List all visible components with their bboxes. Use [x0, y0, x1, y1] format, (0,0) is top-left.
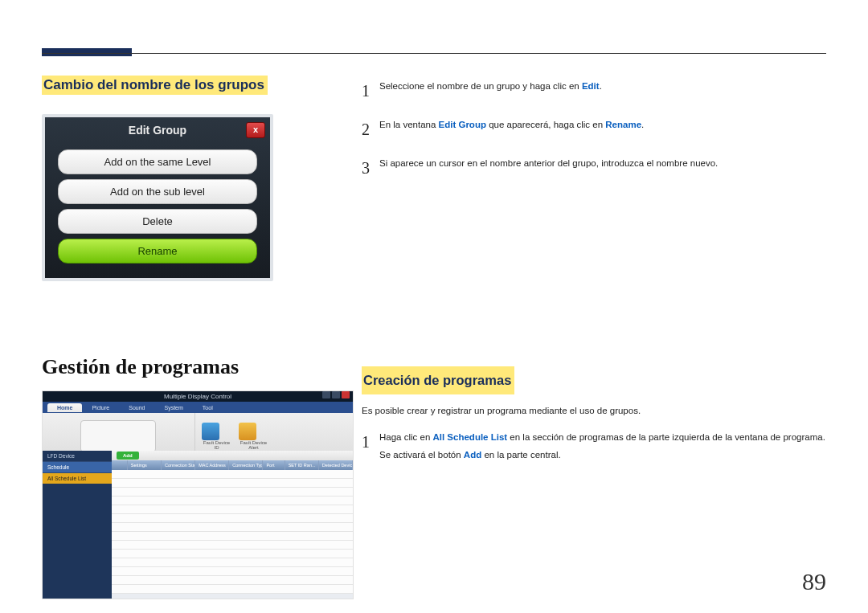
fault-device-id-label: Fault Device ID [202, 440, 232, 450]
mdc-tabs: Home Picture Sound System Tool [43, 402, 353, 413]
section2-step-1: 1 Haga clic en All Schedule List en la s… [362, 427, 828, 464]
option-add-same-level[interactable]: Add on the same Level [58, 149, 257, 174]
mdc-grid-area: Add Settings Connection Status MAC Addre… [112, 451, 353, 599]
heading-schedule-management: Gestión de programas [42, 355, 357, 379]
fault-device-alert-icon[interactable] [239, 423, 256, 440]
close-icon[interactable]: x [246, 122, 265, 138]
option-rename[interactable]: Rename [58, 239, 257, 264]
fault-device-alert-label: Fault Device Alert [239, 440, 269, 450]
heading-rename-groups: Cambio del nombre de los grupos [42, 76, 268, 95]
tab-sound[interactable]: Sound [119, 403, 154, 412]
header-rule [42, 53, 826, 54]
tab-system[interactable]: System [155, 403, 193, 412]
add-button[interactable]: Add [117, 452, 139, 460]
mdc-column-headers: Settings Connection Status MAC Address C… [112, 460, 353, 470]
side-lfd-device[interactable]: LFD Device [43, 451, 112, 462]
intro-text: Es posible crear y registrar un programa… [362, 403, 828, 420]
heading-create-schedules: Creación de programas [362, 366, 514, 394]
page-number: 89 [802, 568, 826, 595]
header-thick-rule [42, 48, 132, 56]
edit-group-dialog: Edit Group x Add on the same Level Add o… [42, 114, 273, 281]
option-delete[interactable]: Delete [58, 209, 257, 234]
step-2: 2 En la ventana Edit Group que aparecerá… [362, 114, 828, 145]
mdc-screenshot: Multiple Display Control Home Picture So… [42, 390, 354, 599]
side-all-schedule-list[interactable]: All Schedule List [43, 473, 112, 484]
mdc-window-title: Multiple Display Control [164, 393, 231, 400]
ribbon-placeholder [80, 420, 156, 452]
side-schedule[interactable]: Schedule [43, 462, 112, 473]
step-1: 1 Seleccione el nombre de un grupo y hag… [362, 76, 828, 106]
fault-device-id-icon[interactable] [202, 423, 219, 440]
step-3: 3 Si aparece un cursor en el nombre ante… [362, 153, 828, 183]
tab-picture[interactable]: Picture [82, 403, 119, 412]
mdc-window-buttons [322, 391, 350, 398]
option-add-sub-level[interactable]: Add on the sub level [58, 179, 257, 204]
tab-tool[interactable]: Tool [193, 403, 223, 412]
tab-home[interactable]: Home [47, 403, 82, 412]
mdc-side-panel: LFD Device Schedule All Schedule List [43, 451, 112, 599]
dialog-title: Edit Group [129, 124, 186, 137]
